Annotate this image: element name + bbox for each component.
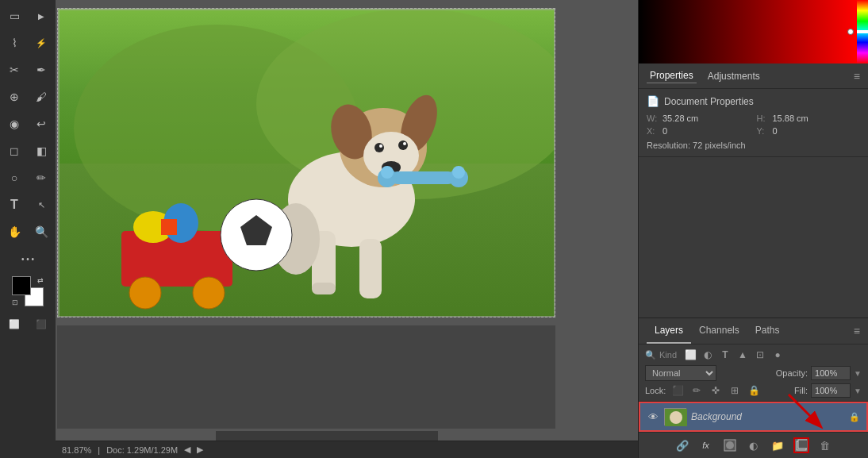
opacity-dropdown-icon[interactable]: ▼ [854, 369, 862, 378]
zoom-tool[interactable]: 🔍 [29, 219, 54, 244]
y-value: 0 [773, 126, 778, 136]
svg-point-8 [374, 143, 384, 152]
quick-select-tool[interactable]: ⚡ [29, 30, 54, 56]
text-tool[interactable]: T [2, 192, 27, 217]
properties-header: Properties Adjustments ≡ [639, 64, 868, 89]
swap-colors-icon[interactable]: ⇄ [37, 276, 44, 284]
quick-mask-icon[interactable]: ⬜ [2, 311, 27, 337]
svg-point-16 [452, 166, 465, 179]
clone-stamp-tool[interactable]: ◉ [2, 111, 27, 137]
adjustment-layer-icon[interactable]: ◐ [701, 348, 715, 362]
dodge-tool[interactable]: ○ [2, 165, 27, 191]
doc-size: Doc: 1.29M/1.29M [106, 445, 178, 455]
foreground-color-swatch[interactable] [12, 276, 31, 295]
hand-tool[interactable]: ✋ [2, 219, 27, 244]
document-icon: 📄 [647, 95, 659, 107]
shape-layer-icon[interactable]: ▲ [735, 348, 750, 362]
tool-pair-quick-mask: ⬜ ⬛ [2, 311, 54, 337]
scrollbar-thumb-h[interactable] [57, 431, 216, 441]
new-layer-button[interactable] [793, 437, 809, 453]
type-layer-icon[interactable]: T [718, 348, 732, 362]
delete-layer-button[interactable]: 🗑 [817, 437, 833, 453]
lock-position-icon[interactable]: ✜ [709, 383, 723, 398]
fill-dropdown-icon[interactable]: ▼ [854, 387, 862, 395]
document-properties-title: 📄 Document Properties [647, 95, 860, 107]
lock-artboard-icon[interactable]: ⊞ [728, 383, 742, 398]
resolution-label: Resolution: 72 pixels/inch [647, 140, 746, 150]
layer-effects-button[interactable]: fx [698, 437, 714, 453]
history-brush-tool[interactable]: ↩ [29, 111, 54, 137]
eyedropper-tool[interactable]: ✒ [29, 57, 54, 83]
x-row: X: 0 [647, 126, 751, 136]
tab-channels[interactable]: Channels [691, 318, 747, 344]
dog-photo [58, 9, 555, 318]
tool-pair-crop: ✂ ✒ [2, 57, 54, 83]
opacity-label: Opacity: [776, 368, 808, 378]
healing-brush-tool[interactable]: ⊕ [2, 84, 27, 110]
layers-panel: Layers Channels Paths ≡ 🔍 Kind ⬜ ◐ T ▲ ⊡… [639, 318, 868, 458]
layer-visibility-eye[interactable]: 👁 [647, 410, 659, 423]
tab-adjustments[interactable]: Adjustments [705, 69, 763, 83]
lock-pixels-icon[interactable]: ⬛ [670, 383, 685, 398]
rectangular-marquee-tool[interactable]: ▭ [2, 3, 27, 29]
path-select-tool[interactable]: ↖ [29, 192, 54, 217]
blend-mode-select[interactable]: Normal [645, 365, 716, 381]
layers-list: 👁 Background 🔒 [639, 402, 868, 432]
tool-pair-clone: ◉ ↩ [2, 111, 54, 137]
extra-arrow-tool[interactable]: ▶ [29, 3, 54, 29]
kind-row: 🔍 Kind ⬜ ◐ T ▲ ⊡ ● [645, 348, 862, 362]
add-mask-button[interactable] [722, 437, 738, 453]
reset-colors-icon[interactable]: ⊡ [12, 298, 18, 306]
gradient-tool[interactable]: ◧ [29, 138, 54, 164]
doc-properties-grid: W: 35.28 cm H: 15.88 cm X: 0 Y: 0 [647, 114, 860, 136]
screen-mode-icon[interactable]: ⬛ [29, 311, 54, 337]
lock-fill-row: Lock: ⬛ ✏ ✜ ⊞ 🔒 Fill: ▼ [645, 383, 862, 398]
main-canvas-area: 81.87% | Doc: 1.29M/1.29M ◀ ▶ [56, 0, 638, 458]
lock-all-icon[interactable]: 🔒 [747, 383, 761, 398]
kind-label: Kind [659, 350, 677, 360]
scrollbar-horizontal[interactable] [57, 431, 438, 441]
color-gradient [639, 0, 857, 64]
spectrum-bar[interactable] [857, 0, 868, 64]
x-label: X: [647, 126, 659, 136]
right-panel: Properties Adjustments ≡ 📄 Document Prop… [638, 0, 868, 458]
tool-pair-shape: ✋ 🔍 [2, 219, 54, 244]
pen-tool[interactable]: ✏ [29, 165, 54, 191]
opacity-input[interactable] [811, 366, 851, 380]
extra-tools[interactable]: • • • [15, 246, 40, 271]
crop-tool[interactable]: ✂ [2, 57, 27, 83]
tool-pair-eraser: ◻ ◧ [2, 138, 54, 164]
pixel-layer-icon[interactable]: ⬜ [683, 348, 697, 362]
mask-icon-svg [724, 439, 736, 452]
document-properties-label: Document Properties [664, 96, 754, 107]
layer-item-background[interactable]: 👁 Background 🔒 [639, 402, 868, 432]
tab-layers[interactable]: Layers [647, 318, 691, 344]
brush-tool[interactable]: 🖌 [29, 84, 54, 110]
spectrum-handle[interactable] [857, 30, 868, 33]
color-gradient-area[interactable] [639, 0, 868, 64]
layers-controls: 🔍 Kind ⬜ ◐ T ▲ ⊡ ● Normal Opacity: [639, 344, 868, 402]
svg-point-23 [193, 277, 225, 309]
smart-object-icon[interactable]: ⊡ [753, 348, 767, 362]
nav-arrow-left[interactable]: ◀ [184, 445, 190, 455]
eraser-tool[interactable]: ◻ [2, 138, 27, 164]
video-layer-icon[interactable]: ● [770, 348, 785, 362]
layers-panel-menu-icon[interactable]: ≡ [854, 325, 860, 337]
properties-panel-menu-icon[interactable]: ≡ [854, 70, 860, 83]
svg-point-22 [129, 277, 161, 309]
lasso-tool[interactable]: ⌇ [2, 30, 27, 56]
blend-opacity-row: Normal Opacity: ▼ [645, 365, 862, 381]
fill-input[interactable] [811, 383, 851, 398]
lock-image-icon[interactable]: ✏ [689, 383, 704, 398]
tab-properties[interactable]: Properties [647, 68, 697, 83]
y-label: Y: [757, 126, 770, 136]
adjustment-layer-button[interactable]: ◐ [746, 437, 762, 453]
layers-footer: 🔗 fx ◐ 📁 🗑 [639, 432, 868, 458]
tool-pair-text: T ↖ [2, 192, 54, 217]
nav-arrow-right[interactable]: ▶ [197, 445, 203, 455]
new-group-button[interactable]: 📁 [770, 437, 785, 453]
link-layers-button[interactable]: 🔗 [674, 437, 690, 453]
gradient-handle[interactable] [847, 29, 854, 35]
tab-paths[interactable]: Paths [747, 318, 788, 344]
svg-rect-12 [391, 171, 455, 184]
